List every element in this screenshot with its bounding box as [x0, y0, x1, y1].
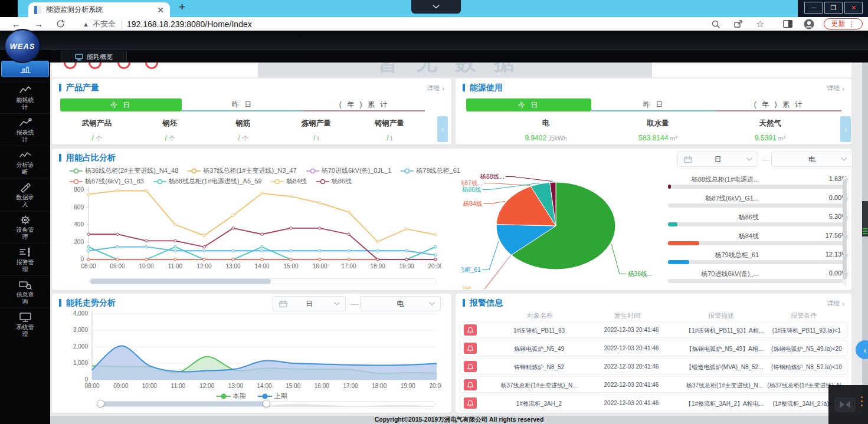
ranking-bar-fill [668, 241, 699, 245]
recorder-menu-dots[interactable] [861, 396, 863, 406]
legend-item[interactable]: 杨36线总柜(2#主变进线)_N4_48 [70, 166, 178, 175]
sidebar-item-label: 信息查询 [15, 291, 35, 305]
content-scrollbar[interactable] [862, 63, 868, 416]
panel-next-button[interactable]: › [437, 116, 448, 142]
select-dash: — [762, 155, 769, 164]
detail-link[interactable]: 详细› [427, 84, 444, 93]
svg-text:17:00: 17:00 [343, 383, 358, 389]
svg-text:4,000: 4,000 [73, 310, 88, 317]
window-close-button[interactable]: ✕ [844, 2, 863, 14]
recorder-overlay [828, 385, 868, 424]
tab-today[interactable]: 今 日 [60, 98, 182, 111]
ranking-scrollbar-thumb[interactable] [843, 179, 847, 280]
legend-label: 上期 [274, 392, 287, 400]
sidepanel-icon[interactable] [783, 17, 792, 31]
ranking-row[interactable]: 杨70进线6kV(备)_...0.00% [666, 269, 849, 288]
alarm-row[interactable]: 1#连铸机_PB11_932022-12-03 20:41:46【1#连铸机_P… [460, 321, 847, 338]
ranking-row[interactable]: 杨84线17.56% [666, 231, 849, 250]
ranking-row[interactable]: 杨87线(6kV)_G1...0.00% [666, 193, 849, 212]
tab-year-total[interactable]: ( 年 ) 累 计 [303, 98, 425, 111]
svg-text:800: 800 [74, 186, 84, 193]
tab-yesterday[interactable]: 昨 日 [591, 98, 716, 111]
tab-today[interactable]: 今 日 [466, 98, 591, 111]
chevron-down-icon [334, 302, 340, 305]
titlebar-dropdown[interactable] [411, 0, 461, 14]
svg-text:0: 0 [84, 376, 88, 383]
panel-next-button[interactable]: › [840, 116, 851, 142]
ranking-row[interactable]: 杨86线5.30% [666, 212, 849, 231]
update-button[interactable]: 更新 ⋮ [824, 18, 863, 29]
sidebar-item-1[interactable]: 能耗统计 [0, 81, 50, 113]
bookmark-star-icon[interactable]: ☆ [756, 17, 764, 31]
line-chart-zoombar[interactable] [89, 278, 437, 284]
tab-label: 能耗概览 [87, 52, 113, 61]
trend-zoombar[interactable] [99, 401, 435, 407]
search-icon[interactable] [711, 17, 720, 31]
alarm-row[interactable]: 炼钢电弧炉_N5_492022-12-03 20:41:46【炼钢电弧炉_N5_… [460, 340, 847, 356]
legend-item[interactable]: 杨70进线6kV(备)_0JL_1 [306, 166, 392, 175]
trend-legend-item[interactable]: 上期 [258, 392, 287, 400]
flip-icon[interactable] [834, 397, 856, 412]
svg-text:16:00: 16:00 [312, 263, 327, 269]
tab-year-total[interactable]: ( 年 ) 累 计 [716, 98, 841, 111]
sidebar-item-overview[interactable] [1, 61, 49, 77]
zoom-thumb[interactable] [101, 402, 266, 406]
content-scrollbar-thumb[interactable] [862, 201, 868, 236]
zoom-thumb[interactable] [90, 279, 271, 284]
sidebar-item-7[interactable]: 信息查询 [0, 275, 50, 308]
detail-link[interactable]: 详细› [827, 84, 844, 93]
bell-icon [467, 363, 474, 370]
window-minimize-button[interactable]: ─ [804, 2, 823, 14]
alarm-condition: (炼钢电弧炉_N5_49.Ia)<20 [767, 345, 846, 353]
alarm-row[interactable]: 铸钢精炼炉_N8_522022-12-03 20:41:46【锻造电弧炉(MVA… [460, 358, 847, 374]
address-url[interactable]: 192.168.18.239:8080/Home/Index [127, 17, 252, 31]
ranking-row[interactable]: 杨88线总柜(1#电源进...1.63% [666, 175, 849, 193]
legend-marker-icon [306, 168, 319, 174]
select-value: 日 [306, 299, 313, 309]
legend-marker-icon [401, 168, 414, 174]
window-restore-button[interactable]: ❐ [824, 2, 843, 14]
tab-energy-overview[interactable]: 能耗概览 [61, 51, 127, 63]
trend-legend-item[interactable]: 本期 [217, 392, 246, 400]
alarm-panel: 报警信息 详细› 对象名称发生时间报警描述报警条件 1#连铸机_PB11_932… [456, 294, 851, 413]
zoom-handle-left[interactable] [97, 400, 104, 407]
alarm-row[interactable]: 杨37线总柜(1#主变进线)_N...2022-12-03 20:41:46杨3… [460, 376, 847, 393]
screen: 能源监测分析系统 ✕ + ─ ❐ ✕ ← → ▲ 不安全 | 192.168.1… [0, 0, 868, 424]
browser-tab[interactable]: 能源监测分析系统 ✕ [28, 2, 170, 17]
sidebar-item-5[interactable]: 设备管理 [0, 211, 50, 243]
browser-toolbar: ← → ▲ 不安全 | 192.168.18.239:8080/Home/Ind… [0, 17, 868, 31]
stat-unit: m³ [778, 134, 785, 142]
legend-item[interactable]: 杨79线总柜_61 [401, 166, 460, 175]
ranking-row[interactable]: 杨79线总柜_6112.13% [666, 250, 849, 269]
svg-text:16:00: 16:00 [315, 383, 329, 389]
alarm-object-name: 炼钢电弧炉_N5_49 [482, 345, 597, 353]
no-data-text: 暂无数据 [258, 63, 652, 77]
sidebar-item-4[interactable]: 数据录入 [0, 178, 50, 211]
ratio-energy-select[interactable]: 电 [771, 152, 853, 167]
alarm-bell-button[interactable] [464, 379, 477, 390]
forward-button[interactable]: → [34, 17, 43, 31]
sidebar-item-6[interactable]: 报警管理 [0, 243, 50, 275]
warning-triangle-icon[interactable]: ▲ [83, 17, 89, 31]
sidebar-item-2[interactable]: 报表统计 [0, 113, 50, 146]
legend-item[interactable]: 杨37线总柜(1#主变进线)_N3_47 [188, 166, 296, 175]
alarm-bell-button[interactable] [464, 343, 477, 354]
alarm-bell-button[interactable] [464, 361, 477, 372]
sidebar-item-3[interactable]: 分析诊断 [0, 146, 50, 178]
share-icon[interactable] [733, 17, 743, 31]
profile-avatar-icon[interactable] [804, 17, 814, 31]
sidebar-item-8[interactable]: 系统管理 [0, 308, 50, 340]
ranking-scrollbar[interactable] [843, 177, 847, 286]
reload-button[interactable] [56, 17, 65, 31]
alarm-bell-button[interactable] [464, 397, 477, 409]
tab-close-icon[interactable]: ✕ [157, 5, 164, 15]
alarm-condition: (1#连铸机_PB11_93.Ia)<1 [767, 327, 846, 335]
stat-value: /个 [208, 134, 279, 143]
new-tab-button[interactable]: + [179, 1, 185, 14]
alarm-bell-button[interactable] [464, 324, 477, 336]
alarm-row[interactable]: 1#整流柜_3AH_22022-12-03 20:41:46【1#整流柜_3AH… [460, 395, 847, 411]
tab-yesterday[interactable]: 昨 日 [182, 98, 303, 111]
zoom-handle-right[interactable] [263, 400, 270, 407]
ratio-period-select[interactable]: 日 [677, 152, 758, 167]
detail-link[interactable]: 详细› [827, 299, 844, 308]
